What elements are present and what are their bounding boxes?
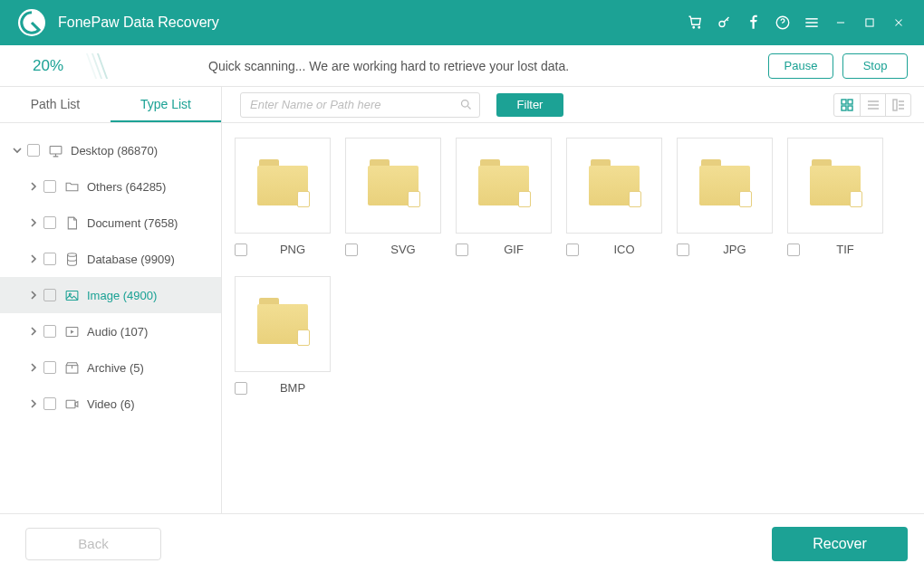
maximize-icon[interactable] (855, 8, 884, 37)
folder-thumbnail (235, 276, 331, 372)
grid-item[interactable]: BMP (235, 276, 331, 395)
stop-button[interactable]: Stop (842, 53, 908, 79)
checkbox[interactable] (235, 244, 247, 256)
checkbox[interactable] (27, 144, 40, 157)
key-icon[interactable] (710, 8, 739, 37)
expand-icon[interactable] (27, 397, 40, 411)
checkbox[interactable] (345, 244, 358, 256)
grid-item[interactable]: ICO (566, 138, 662, 256)
minimize-icon[interactable] (826, 8, 855, 37)
collapse-icon[interactable] (11, 144, 24, 158)
expand-icon[interactable] (27, 361, 40, 375)
folder-thumbnail (456, 138, 552, 234)
tree-label: Archive (5) (87, 361, 144, 375)
checkbox[interactable] (235, 382, 247, 395)
grid-item-label: GIF (476, 243, 552, 256)
db-icon (63, 251, 80, 267)
close-icon[interactable] (884, 8, 913, 37)
tree-item-image[interactable]: Image (4900) (0, 277, 221, 313)
grid-item[interactable]: TIF (787, 138, 883, 256)
menu-icon[interactable] (797, 8, 826, 37)
grid-item-label: ICO (586, 243, 662, 256)
expand-icon[interactable] (27, 289, 40, 302)
recover-button[interactable]: Recover (772, 527, 908, 561)
tree-item-audio[interactable]: Audio (107) (0, 313, 221, 349)
folder-icon (257, 166, 308, 205)
folder-icon (810, 166, 861, 205)
footer: Back Recover (0, 513, 924, 573)
tab-path-list[interactable]: Path List (0, 87, 111, 122)
desktop-icon (47, 142, 63, 158)
search-icon[interactable] (459, 98, 473, 114)
svg-rect-20 (842, 106, 846, 110)
tree-item-video[interactable]: Video (6) (0, 386, 221, 422)
search-input[interactable] (240, 92, 480, 118)
facebook-icon[interactable] (739, 8, 768, 37)
progress-arrows-icon (82, 45, 98, 86)
tree-item-folder[interactable]: Others (64285) (0, 168, 221, 205)
filter-button[interactable]: Filter (496, 93, 563, 117)
svg-rect-21 (848, 106, 852, 110)
back-button[interactable]: Back (25, 528, 161, 560)
tree-label: Desktop (86870) (71, 144, 158, 158)
checkbox[interactable] (566, 244, 579, 256)
tree-label: Database (9909) (87, 253, 175, 266)
view-detail-icon[interactable] (885, 94, 910, 116)
tree-item-db[interactable]: Database (9909) (0, 241, 221, 277)
tree-label: Audio (107) (87, 325, 148, 339)
checkbox[interactable] (43, 361, 56, 374)
grid-item[interactable]: SVG (345, 138, 441, 256)
view-list-icon[interactable] (860, 94, 885, 116)
checkbox[interactable] (43, 253, 56, 265)
grid-item[interactable]: GIF (456, 138, 552, 256)
checkbox[interactable] (43, 325, 56, 338)
progress-status: Quick scanning... We are working hard to… (208, 59, 569, 73)
tree-item-doc[interactable]: Document (7658) (0, 205, 221, 241)
svg-point-0 (719, 22, 725, 27)
main: Filter PNGSVGGIFICOJPGTIFBMP (222, 87, 924, 513)
svg-rect-18 (842, 100, 846, 104)
tree-label: Image (4900) (87, 289, 157, 302)
checkbox[interactable] (43, 397, 56, 410)
folder-thumbnail (566, 138, 662, 234)
video-icon (63, 396, 80, 412)
expand-icon[interactable] (27, 325, 40, 339)
image-icon (63, 287, 80, 303)
sidebar: Path List Type List Desktop (86870) Othe… (0, 87, 222, 513)
grid-item-label: SVG (365, 243, 441, 256)
tab-type-list[interactable]: Type List (111, 87, 221, 122)
svg-rect-6 (866, 19, 873, 26)
svg-rect-19 (848, 100, 852, 104)
expand-icon[interactable] (27, 180, 40, 194)
search-box (240, 92, 480, 118)
checkbox[interactable] (456, 244, 468, 256)
checkbox[interactable] (43, 289, 56, 301)
svg-rect-15 (66, 400, 75, 408)
tree-item-archive[interactable]: Archive (5) (0, 349, 221, 386)
tree-root[interactable]: Desktop (86870) (0, 132, 221, 168)
svg-point-10 (67, 253, 76, 256)
tree-label: Video (6) (87, 397, 135, 411)
grid-item[interactable]: PNG (235, 138, 331, 256)
checkbox[interactable] (43, 216, 56, 229)
grid-item-label: TIF (807, 243, 883, 256)
checkbox[interactable] (43, 180, 56, 193)
tree: Desktop (86870) Others (64285)Document (… (0, 123, 221, 431)
grid-item[interactable]: JPG (677, 138, 773, 256)
checkbox[interactable] (677, 244, 689, 256)
folder-icon (63, 178, 80, 195)
progress-percent: 20% (33, 57, 63, 75)
svg-rect-9 (50, 146, 62, 154)
expand-icon[interactable] (27, 253, 40, 266)
doc-icon (63, 215, 80, 231)
help-icon[interactable] (768, 8, 797, 37)
cart-icon[interactable] (681, 8, 710, 37)
expand-icon[interactable] (27, 216, 40, 230)
progress-bar: 20% Quick scanning... We are working har… (0, 45, 924, 87)
svg-rect-25 (893, 100, 897, 110)
view-grid-icon[interactable] (834, 94, 860, 116)
svg-line-17 (467, 106, 470, 109)
pause-button[interactable]: Pause (768, 53, 833, 79)
grid-item-label: PNG (255, 243, 331, 256)
checkbox[interactable] (787, 244, 800, 256)
